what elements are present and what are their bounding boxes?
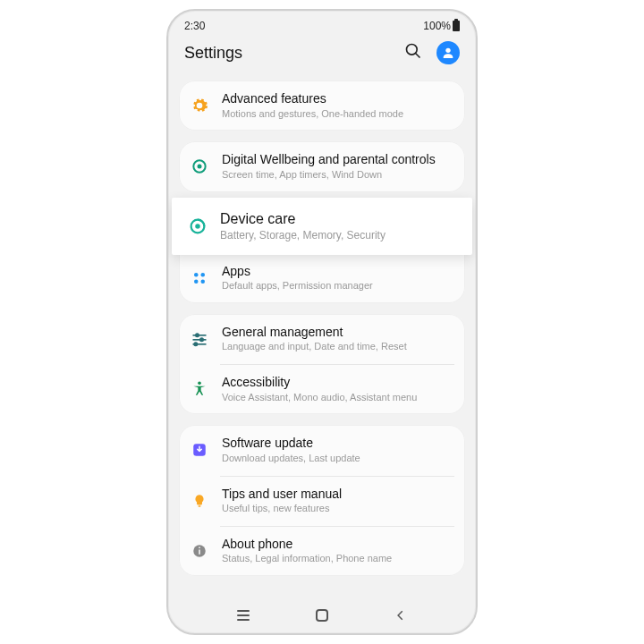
row-subtitle: Useful tips, new features: [222, 503, 453, 515]
row-text: Accessibility Voice Assistant, Mono audi…: [222, 375, 453, 403]
nav-bar: [168, 597, 476, 633]
settings-row-accessibility[interactable]: Accessibility Voice Assistant, Mono audi…: [179, 364, 465, 414]
svg-point-8: [201, 273, 206, 277]
settings-row-software-update[interactable]: Software update Download updates, Last u…: [179, 425, 465, 475]
header: Settings: [168, 34, 476, 77]
svg-point-14: [200, 338, 203, 341]
svg-point-0: [407, 45, 418, 55]
row-text: About phone Status, Legal information, P…: [222, 537, 453, 565]
update-icon: [190, 440, 209, 460]
account-avatar[interactable]: [436, 41, 460, 64]
status-bar: 2:30 100%: [168, 11, 476, 34]
settings-group: Digital Wellbeing and parental controls …: [179, 141, 465, 191]
row-subtitle: Battery, Storage, Memory, Security: [220, 229, 453, 242]
wellbeing-icon: [190, 157, 209, 176]
row-title: Digital Wellbeing and parental controls: [222, 152, 453, 168]
row-title: Accessibility: [222, 375, 453, 391]
status-battery-text: 100%: [423, 20, 451, 32]
row-subtitle: Screen time, App timers, Wind Down: [222, 169, 453, 182]
svg-point-17: [198, 382, 201, 386]
row-subtitle: Voice Assistant, Mono audio, Assistant m…: [222, 392, 453, 404]
svg-point-16: [194, 343, 197, 345]
row-text: Apps Default apps, Permission manager: [222, 264, 453, 292]
settings-group: Device care Battery, Storage, Memory, Se…: [179, 203, 465, 303]
settings-row-apps[interactable]: Apps Default apps, Permission manager: [179, 253, 465, 303]
battery-icon: [453, 21, 460, 31]
row-text: Advanced features Motions and gestures, …: [222, 91, 453, 120]
row-title: Software update: [222, 436, 453, 452]
nav-home-button[interactable]: [304, 605, 340, 626]
row-title: Tips and user manual: [222, 487, 453, 503]
settings-group: Advanced features Motions and gestures, …: [179, 80, 465, 131]
row-title: Device care: [220, 210, 453, 228]
row-text: Digital Wellbeing and parental controls …: [222, 152, 453, 181]
sliders-icon: [190, 329, 209, 349]
row-subtitle: Language and input, Date and time, Reset: [222, 341, 453, 353]
row-subtitle: Default apps, Permission manager: [222, 280, 453, 292]
row-title: Apps: [222, 264, 453, 280]
phone-frame: 2:30 100% Settings: [166, 9, 478, 635]
svg-point-2: [445, 48, 450, 53]
status-right: 100%: [423, 20, 460, 32]
row-title: About phone: [222, 537, 453, 553]
apps-icon: [190, 268, 209, 288]
settings-row-digital-wellbeing[interactable]: Digital Wellbeing and parental controls …: [179, 141, 465, 191]
svg-point-7: [194, 273, 199, 277]
row-subtitle: Motions and gestures, One-handed mode: [222, 108, 453, 121]
settings-list: Advanced features Motions and gestures, …: [168, 80, 476, 597]
settings-row-general-management[interactable]: General management Language and input, D…: [179, 314, 465, 364]
row-title: Advanced features: [222, 91, 453, 107]
settings-row-advanced-features[interactable]: Advanced features Motions and gestures, …: [179, 80, 465, 131]
row-subtitle: Status, Legal information, Phone name: [222, 553, 453, 565]
row-title: General management: [222, 325, 453, 341]
settings-group: Software update Download updates, Last u…: [179, 425, 465, 576]
row-text: Device care Battery, Storage, Memory, Se…: [220, 210, 453, 242]
settings-group: General management Language and input, D…: [179, 314, 465, 415]
device-care-icon: [188, 216, 208, 236]
page-title: Settings: [184, 44, 242, 63]
svg-point-6: [195, 224, 200, 229]
row-subtitle: Download updates, Last update: [222, 453, 453, 465]
svg-line-1: [416, 54, 420, 58]
settings-row-tips[interactable]: Tips and user manual Useful tips, new fe…: [179, 476, 465, 526]
settings-row-device-care[interactable]: Device care Battery, Storage, Memory, Se…: [172, 198, 472, 255]
svg-point-4: [198, 165, 202, 169]
settings-row-about-phone[interactable]: About phone Status, Legal information, P…: [179, 526, 465, 576]
svg-point-10: [201, 279, 206, 284]
gear-icon: [190, 96, 209, 115]
svg-rect-22: [199, 547, 200, 548]
person-icon: [190, 379, 209, 399]
svg-rect-21: [199, 549, 200, 554]
status-time: 2:30: [184, 20, 205, 32]
bulb-icon: [190, 491, 209, 511]
row-text: General management Language and input, D…: [222, 325, 453, 353]
row-text: Software update Download updates, Last u…: [222, 436, 453, 464]
svg-point-9: [194, 279, 199, 284]
svg-point-12: [196, 334, 199, 336]
search-icon[interactable]: [404, 42, 422, 64]
nav-recents-button[interactable]: [225, 605, 261, 626]
info-icon: [190, 541, 209, 561]
nav-back-button[interactable]: [383, 605, 419, 626]
header-actions: [404, 41, 460, 64]
row-text: Tips and user manual Useful tips, new fe…: [222, 487, 453, 515]
svg-rect-19: [199, 505, 201, 507]
